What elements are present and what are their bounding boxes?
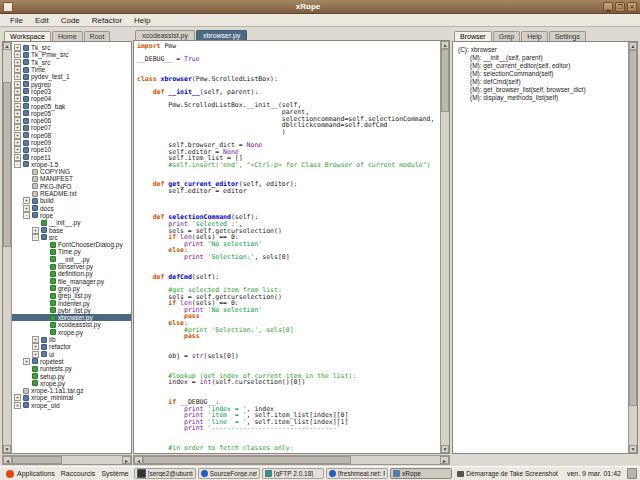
tree-item[interactable]: xbrowser.py (12, 314, 131, 321)
menu-refactor[interactable]: Refactor (86, 16, 128, 25)
tree-horizontal-scrollbar[interactable]: ◄ ► (2, 455, 132, 465)
expand-icon[interactable]: + (23, 205, 30, 212)
tree-item[interactable]: MANIFEST (12, 175, 131, 182)
tab-help[interactable]: Help (521, 31, 547, 41)
tree-item[interactable]: runtests.py (12, 365, 131, 372)
scroll-up-icon[interactable]: ▲ (3, 42, 11, 50)
expand-icon[interactable]: + (14, 139, 21, 146)
scroll-down-icon[interactable]: ▼ (3, 445, 11, 453)
collapse-icon[interactable]: - (23, 212, 30, 219)
taskbar-window-freshmeat-net-project-de[interactable]: [freshmeat.net: Project detail... (326, 468, 388, 479)
expand-icon[interactable]: + (14, 146, 21, 153)
expand-icon[interactable]: + (32, 343, 39, 350)
tab-settings[interactable]: Settings (549, 31, 586, 41)
browser-scroll-track[interactable] (629, 50, 637, 445)
minimize-button[interactable]: ▁ (603, 2, 613, 12)
trash-icon[interactable] (627, 468, 637, 479)
tab-workspace[interactable]: Workspace (4, 31, 51, 41)
tab-home[interactable]: Home (52, 31, 83, 41)
tree-item[interactable]: binserver.py (12, 263, 131, 270)
tree-item[interactable]: -xrope-1.5 (12, 161, 131, 168)
class-browser-item[interactable]: (M): selectionCommand(self) (456, 69, 628, 77)
tree-item[interactable]: +ropetest (12, 358, 131, 365)
expand-icon[interactable]: + (32, 227, 39, 234)
tree-item[interactable]: +rope11 (12, 153, 131, 160)
expand-icon[interactable]: + (14, 394, 21, 401)
tree-item[interactable]: setup.py (12, 372, 131, 379)
expand-icon[interactable]: + (14, 154, 21, 161)
scroll-down-icon[interactable]: ▼ (441, 445, 449, 453)
tree-scroll-thumb[interactable] (3, 82, 11, 248)
tree-item[interactable]: +xrope_minimal (12, 394, 131, 401)
tree-item[interactable]: +refactor (12, 343, 131, 350)
expand-icon[interactable]: + (14, 51, 21, 58)
expand-icon[interactable]: + (14, 402, 21, 409)
tree-item[interactable]: xcodeassist.py (12, 321, 131, 328)
editor-horizontal-scrollbar[interactable]: ◄ ► (133, 455, 450, 465)
taskbar-window-xrope[interactable]: xRope (390, 468, 452, 479)
tree-item[interactable]: grep.py (12, 285, 131, 292)
tree-item[interactable]: +build (12, 197, 131, 204)
expand-icon[interactable]: + (14, 124, 21, 131)
tree-item[interactable]: -src (12, 234, 131, 241)
tree-item[interactable]: __init__.py (12, 256, 131, 263)
tree-item[interactable]: COPYING (12, 168, 131, 175)
editor-hscroll-track[interactable] (143, 456, 440, 464)
class-browser-item[interactable]: (C): xbrowser (456, 45, 628, 53)
expand-icon[interactable]: + (32, 336, 39, 343)
tree-item[interactable]: xrope.py (12, 329, 131, 336)
tree-item[interactable]: definition.py (12, 270, 131, 277)
taskbar-menu-syst-me[interactable]: Système (98, 470, 131, 478)
scroll-right-icon[interactable]: ► (122, 456, 131, 464)
tree-item[interactable]: pybr_list.py (12, 307, 131, 314)
tree-item[interactable]: __init__.py (12, 219, 131, 226)
tree-item[interactable]: grep_list.py (12, 292, 131, 299)
tab-browser[interactable]: Browser (454, 31, 492, 41)
tree-item[interactable]: +rope05_bak (12, 102, 131, 109)
tree-item[interactable]: +ui (12, 350, 131, 357)
expand-icon[interactable]: + (14, 81, 21, 88)
tree-item[interactable]: indenter.py (12, 299, 131, 306)
maximize-button[interactable]: ❐ (615, 2, 625, 12)
expand-icon[interactable]: + (14, 73, 21, 80)
tree-item[interactable]: xrope-1.1a1.tar.gz (12, 387, 131, 394)
tree-item[interactable]: xrope.py (12, 380, 131, 387)
titlebar[interactable]: xRope ▁ ❐ ✕ (0, 0, 640, 14)
collapse-icon[interactable]: - (14, 161, 21, 168)
menu-file[interactable]: File (4, 16, 29, 25)
scroll-up-icon[interactable]: ▲ (441, 41, 449, 49)
expand-icon[interactable]: + (14, 117, 21, 124)
tree-item[interactable]: Time.py (12, 248, 131, 255)
scroll-up-icon[interactable]: ▲ (629, 42, 637, 50)
class-browser-list[interactable]: (C): xbrowser(M): __init__(self, parent)… (453, 42, 628, 453)
class-browser-item[interactable]: (M): get_current_editor(self, editor) (456, 61, 628, 69)
tab-grep[interactable]: Grep (493, 31, 521, 41)
taskbar-menu-applications[interactable]: Applications (3, 470, 58, 478)
editor-scroll-thumb[interactable] (441, 49, 449, 112)
expand-icon[interactable]: + (14, 95, 21, 102)
editor-tab-xcodeassist-py[interactable]: xcodeassist.py (135, 30, 195, 40)
expand-icon[interactable]: + (14, 110, 21, 117)
clock[interactable]: ven. 9 mar. 01:42 (563, 470, 625, 477)
scroll-left-icon[interactable]: ◄ (3, 456, 12, 464)
tree-item[interactable]: +rope10 (12, 146, 131, 153)
tree-item[interactable]: +rope07 (12, 124, 131, 131)
tree-scroll-track[interactable] (3, 50, 11, 445)
tree-item[interactable]: +rope09 (12, 139, 131, 146)
menu-edit[interactable]: Edit (29, 16, 55, 25)
tree-item[interactable]: README.txt (12, 190, 131, 197)
editor-hscroll-thumb[interactable] (143, 456, 351, 464)
class-browser-item[interactable]: (M): display_methods_list(self) (456, 93, 628, 101)
tree-item[interactable]: +Tk_src (12, 44, 131, 51)
class-browser-item[interactable]: (M): defCmd(self) (456, 77, 628, 85)
tree-item[interactable]: +rope06 (12, 117, 131, 124)
tree-item[interactable]: +pygrep (12, 80, 131, 87)
tab-root[interactable]: Root (84, 31, 111, 41)
tree-item[interactable]: +xrope_old (12, 402, 131, 409)
code-editor[interactable]: import Pmw __DEBUG__ = True class xbrows… (134, 41, 440, 453)
tree-item[interactable]: PKG-INFO (12, 183, 131, 190)
expand-icon[interactable]: + (14, 66, 21, 73)
tree-item[interactable]: +Time (12, 66, 131, 73)
taskbar-window-sourceforge-net-xrope-pr[interactable]: SourceForge.net: xrope Proje... (198, 468, 260, 479)
tree-item[interactable]: file_manager.py (12, 278, 131, 285)
